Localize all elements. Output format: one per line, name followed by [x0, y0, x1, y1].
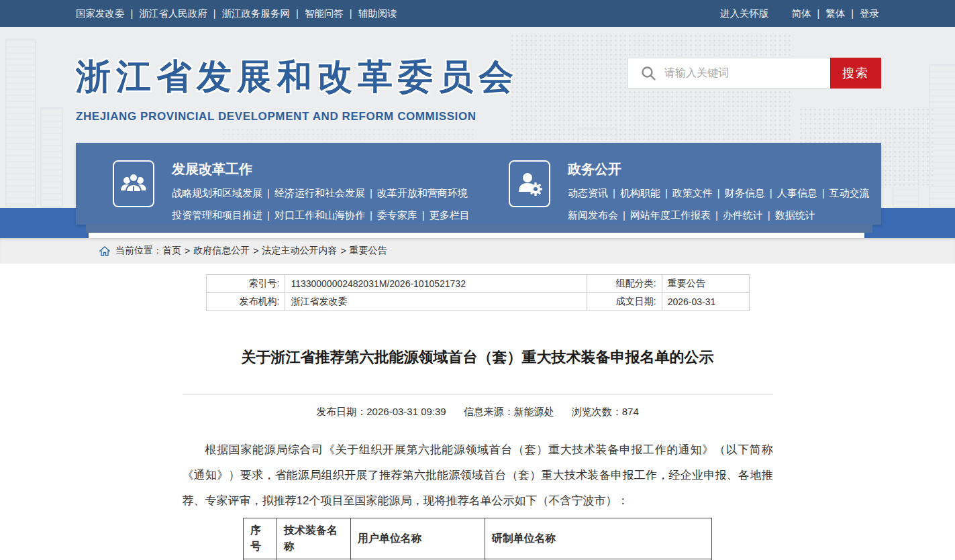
nav-row: 投资管理和项目推进|对口工作和山海协作|委专家库|更多栏目 — [172, 209, 470, 222]
city-sketch — [40, 107, 63, 208]
link-assist-read[interactable]: 辅助阅读 — [358, 8, 397, 19]
world-map-dots — [510, 34, 792, 161]
source-label: 信息来源： — [464, 406, 514, 417]
separator: | — [613, 187, 615, 199]
site-logo: 浙江省发展和改革委员会 ZHEJIANG PROVINCIAL DEVELOPM… — [76, 54, 519, 123]
traditional-link[interactable]: 繁体 — [825, 7, 845, 20]
link-ndrc[interactable]: 国家发改委 — [76, 8, 125, 19]
table-header-row: 序号 技术装备名称 用户单位名称 研制单位名称 — [244, 518, 712, 559]
meta-date-label: 成文日期: — [587, 293, 662, 311]
search-box: 搜索 — [627, 58, 881, 89]
separator: | — [817, 8, 819, 19]
link-zj-service[interactable]: 浙江政务服务网 — [222, 8, 291, 19]
meta-index-value: 11330000002482031M/2026-1010521732 — [285, 275, 587, 293]
nav-group-development: 发展改革工作 战略规划和区域发展|经济运行和社会发展|改革开放和营商环境 投资管… — [113, 160, 509, 225]
link-zj-gov[interactable]: 浙江省人民政府 — [139, 8, 207, 19]
nav-row: 新闻发布会|网站年度工作报表|办件统计|数据统计 — [568, 209, 870, 222]
separator: | — [296, 8, 299, 19]
nav-title-disclosure[interactable]: 政务公开 — [568, 160, 621, 178]
care-version-link[interactable]: 进入关怀版 — [720, 7, 769, 20]
search-button[interactable]: 搜索 — [830, 58, 881, 89]
separator: | — [623, 209, 625, 221]
breadcrumb-important-notice[interactable]: 重要公告 — [350, 245, 387, 257]
site-subtitle: ZHEJIANG PROVINCIAL DEVELOPMENT AND REFO… — [76, 110, 519, 123]
nav-link[interactable]: 动态资讯 — [568, 187, 608, 199]
article-paragraph: 根据国家能源局综合司《关于组织开展第六批能源领域首台（套）重大技术装备申报工作的… — [183, 437, 773, 514]
nav-link[interactable]: 投资管理和项目推进 — [172, 209, 262, 221]
col-serial-number: 序号 — [244, 518, 277, 559]
nav-group-disclosure: 政务公开 动态资讯|机构职能|政策文件|财务信息|人事信息|互动交流 新闻发布会… — [509, 160, 870, 225]
publish-info: 发布日期：2026-03-31 09:39信息来源：新能源处浏览次数：874 — [183, 406, 773, 418]
breadcrumb-home[interactable]: 首页 — [162, 245, 181, 257]
city-sketch — [929, 64, 955, 208]
separator: | — [267, 209, 270, 221]
nav-row: 动态资讯|机构职能|政策文件|财务信息|人事信息|互动交流 — [568, 187, 870, 200]
publish-date: 2026-03-31 09:39 — [366, 406, 446, 417]
separator: | — [370, 209, 372, 221]
nav-row: 战略规划和区域发展|经济运行和社会发展|改革开放和营商环境 — [172, 187, 470, 200]
separator: | — [770, 187, 772, 199]
nav-link[interactable]: 委专家库 — [377, 209, 417, 221]
people-group-icon — [113, 160, 154, 207]
separator: | — [715, 209, 718, 221]
nav-link[interactable]: 数据统计 — [775, 209, 815, 221]
nav-link[interactable]: 改革开放和营商环境 — [377, 187, 468, 199]
separator: > — [340, 245, 346, 256]
separator: > — [253, 245, 258, 256]
breadcrumb-info-disclosure[interactable]: 政府信息公开 — [193, 245, 250, 257]
nav-link[interactable]: 互动交流 — [830, 187, 870, 199]
separator: | — [665, 187, 668, 199]
meta-index-label: 索引号: — [206, 275, 285, 293]
nav-link[interactable]: 新闻发布会 — [568, 209, 618, 221]
topbar-links: 国家发改委|浙江省人民政府|浙江政务服务网|智能问答|辅助阅读 — [76, 7, 397, 20]
main-nav: 发展改革工作 战略规划和区域发展|经济运行和社会发展|改革开放和营商环境 投资管… — [76, 143, 881, 225]
views-label: 浏览次数： — [572, 406, 622, 417]
article-title: 关于浙江省推荐第六批能源领域首台（套）重大技术装备申报名单的公示 — [183, 347, 773, 368]
topbar-right: 进入关怀版 简体|繁体|登录 — [720, 7, 879, 20]
link-smart-qa[interactable]: 智能问答 — [305, 8, 344, 19]
publish-date-label: 发布日期： — [316, 406, 366, 417]
source-value: 新能源处 — [514, 406, 554, 417]
col-equipment-name: 技术装备名称 — [277, 518, 350, 559]
separator: | — [267, 187, 270, 199]
nav-title-development[interactable]: 发展改革工作 — [172, 160, 252, 178]
meta-agency-value: 浙江省发改委 — [285, 293, 587, 311]
search-input[interactable] — [664, 67, 830, 79]
separator: | — [851, 8, 854, 19]
col-user-unit: 用户单位名称 — [350, 518, 485, 559]
nav-link[interactable]: 更多栏目 — [430, 209, 470, 221]
nav-link[interactable]: 战略规划和区域发展 — [172, 187, 262, 199]
meta-category-value: 重要公告 — [662, 275, 749, 293]
person-gear-icon — [509, 160, 550, 207]
nav-link[interactable]: 经济运行和社会发展 — [274, 187, 365, 199]
separator: | — [131, 8, 134, 19]
site-title: 浙江省发展和改革委员会 — [76, 54, 519, 101]
col-developer-unit: 研制单位名称 — [485, 518, 711, 559]
nav-link[interactable]: 网站年度工作报表 — [630, 209, 711, 221]
nav-link[interactable]: 机构职能 — [620, 187, 660, 199]
nav-link[interactable]: 财务信息 — [725, 187, 765, 199]
breadcrumb-label: 当前位置： — [115, 245, 162, 257]
topbar: 国家发改委|浙江省人民政府|浙江政务服务网|智能问答|辅助阅读 进入关怀版 简体… — [0, 0, 955, 27]
meta-agency-label: 发布机构: — [206, 293, 285, 311]
breadcrumb-statutory-content[interactable]: 法定主动公开内容 — [262, 245, 337, 257]
simplified-link[interactable]: 简体 — [791, 7, 811, 20]
nav-link[interactable]: 人事信息 — [777, 187, 817, 199]
nav-link[interactable]: 办件统计 — [723, 209, 763, 221]
nav-link[interactable]: 政策文件 — [672, 187, 713, 199]
meta-date-value: 2026-03-31 — [662, 293, 749, 311]
separator: | — [370, 187, 372, 199]
nav-link[interactable]: 对口工作和山海协作 — [274, 209, 365, 221]
nav-group-text: 发展改革工作 战略规划和区域发展|经济运行和社会发展|改革开放和营商环境 投资管… — [172, 160, 470, 225]
separator: | — [768, 209, 770, 221]
separator: > — [185, 245, 190, 256]
document-meta-table: 索引号: 11330000002482031M/2026-1010521732 … — [206, 274, 750, 311]
meta-row: 发布机构: 浙江省发改委 成文日期: 2026-03-31 — [206, 293, 749, 311]
views-value: 874 — [622, 406, 639, 417]
login-link[interactable]: 登录 — [860, 7, 879, 20]
separator: | — [422, 209, 425, 221]
separator: | — [213, 8, 216, 19]
city-sketch — [5, 39, 36, 207]
site-header: 浙江省发展和改革委员会 ZHEJIANG PROVINCIAL DEVELOPM… — [0, 27, 955, 238]
meta-row: 索引号: 11330000002482031M/2026-1010521732 … — [206, 275, 749, 293]
